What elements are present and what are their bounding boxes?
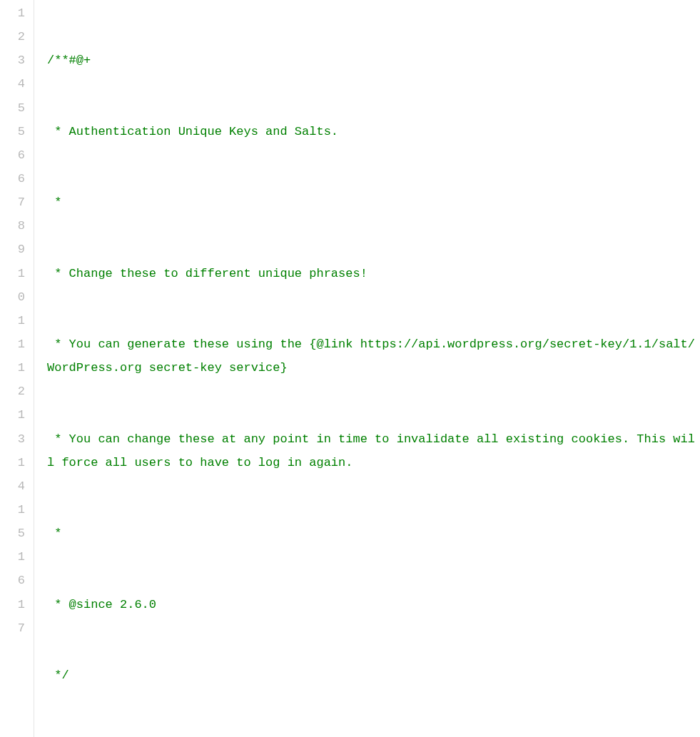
line-number: 1 [0,332,25,356]
line-number: 3 [0,427,25,451]
comment-line: /**#@+ [47,49,700,72]
line-number: 6 [0,143,25,167]
line-number: 1 [0,593,25,616]
line-number: 1 [0,403,25,427]
comment-line: */ [47,664,700,687]
line-number: 1 [0,309,25,332]
line-number: 9 [0,238,25,261]
line-number: 1 [0,545,25,569]
line-number: 5 [0,120,25,143]
comment-line: * You can change these at any point in t… [47,427,700,474]
line-number: 1 [0,451,25,474]
comment-line: * Change these to different unique phras… [47,262,700,285]
line-number: 4 [0,72,25,96]
line-number: 0 [0,285,25,309]
line-number: 6 [0,167,25,190]
line-number: 1 [0,356,25,380]
line-number: 6 [0,569,25,592]
line-number: 1 [0,498,25,522]
line-number: 7 [0,190,25,214]
line-number: 1 [0,262,25,285]
line-number: 3 [0,49,25,72]
comment-line: * Authentication Unique Keys and Salts. [47,120,700,143]
line-number: 2 [0,380,25,403]
line-number: 7 [0,616,25,640]
line-number: 8 [0,214,25,238]
code-editor-content[interactable]: /**#@+ * Authentication Unique Keys and … [34,0,700,737]
line-number: 4 [0,474,25,498]
line-number: 2 [0,25,25,49]
line-number-gutter: 123455667891011121314151617 [0,0,34,737]
line-number: 1 [0,1,25,25]
comment-line: * [47,522,700,545]
line-number: 5 [0,522,25,545]
line-number: 5 [0,96,25,120]
comment-line: * You can generate these using the {@lin… [47,332,700,380]
comment-line: * @since 2.6.0 [47,593,700,616]
comment-line: * [47,190,700,214]
